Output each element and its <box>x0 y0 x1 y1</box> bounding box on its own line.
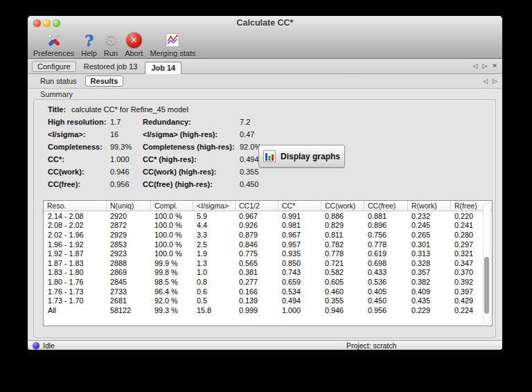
column-header-nuniq[interactable]: N(uniq) <box>106 201 150 211</box>
table-cell: 0.811 <box>321 231 364 239</box>
table-cell: 1.87 - 1.83 <box>44 259 106 267</box>
table-cell: 0.392 <box>450 278 483 286</box>
tab-configure[interactable]: Configure <box>32 61 76 72</box>
stat-label: <I/sigma>: <box>48 130 110 143</box>
table-row[interactable]: 1.96 - 1.922853100.0 %2.50.8460.9570.782… <box>44 240 483 249</box>
help-button[interactable]: ? Help <box>81 30 97 57</box>
window-title: Calculate CC* <box>28 18 502 28</box>
stat-value: 0.355 <box>240 168 288 180</box>
tab-job-14[interactable]: Job 14 <box>145 62 181 74</box>
table-cell: 0.991 <box>278 212 321 220</box>
table-cell: 0.397 <box>450 287 483 296</box>
window-close-button[interactable] <box>33 19 41 27</box>
app-window: Calculate CC* Preferences <box>28 16 502 350</box>
toolbar-item-label: Help <box>81 49 97 57</box>
table-cell: 0.313 <box>407 249 450 258</box>
table-cell: 0.782 <box>321 240 364 249</box>
table-cell: 3.3 <box>193 231 235 239</box>
tab-scroll-right-icon[interactable]: ▷ <box>483 63 488 69</box>
table-cell: 0.370 <box>450 268 483 276</box>
run-button[interactable]: ⚙ Run <box>104 30 118 57</box>
table-row[interactable]: 1.92 - 1.872923100.0 %1.90.7750.9350.778… <box>44 249 483 258</box>
table-cell: 0.967 <box>278 231 321 239</box>
table-cell: 0.277 <box>235 278 278 286</box>
table-body: 2.14 - 2.082920100.0 %5.90.9670.9910.886… <box>44 211 483 326</box>
column-header-cc12[interactable]: CC1/2 <box>235 201 278 211</box>
table-cell: 2845 <box>106 278 150 286</box>
table-row[interactable]: 2.08 - 2.022872100.0 %4.40.9260.9810.829… <box>44 221 483 231</box>
column-header-isigma[interactable]: <I/sigma> <box>193 201 235 211</box>
abort-button[interactable]: ✕ Abort <box>125 30 143 57</box>
column-header-ccfree[interactable]: CC(free) <box>364 201 407 211</box>
table-row[interactable]: 1.76 - 1.73273396.4 %0.60.1660.5340.4600… <box>44 287 483 296</box>
table-cell: 2.02 - 1.96 <box>44 231 106 239</box>
table-cell: 2923 <box>106 249 150 258</box>
subtab-scroll-right-icon[interactable]: ▷ <box>493 78 497 84</box>
table-cell: 0.926 <box>235 221 278 229</box>
window-controls <box>33 16 60 30</box>
stat-label: CC(free): <box>48 180 110 193</box>
scrollbar-thumb[interactable] <box>484 257 489 314</box>
column-header-rwork[interactable]: R(work) <box>407 201 450 211</box>
table-cell: 0.328 <box>407 259 450 267</box>
question-icon: ? <box>85 33 94 48</box>
column-header-compl[interactable]: Compl. <box>150 201 193 211</box>
table-cell: 0.405 <box>364 287 407 296</box>
column-header-ccwork[interactable]: CC(work) <box>321 201 364 211</box>
table-cell: 0.957 <box>278 240 321 249</box>
table-cell: 0.896 <box>364 221 407 229</box>
subtab-scroll-left-icon[interactable]: ◁ <box>483 78 488 84</box>
table-cell: 0.224 <box>450 306 483 314</box>
table-row[interactable]: 1.83 - 1.80286999.8 %1.00.3810.7430.5820… <box>44 268 483 278</box>
table-row[interactable]: 1.87 - 1.83288899.9 %1.30.5650.8500.7210… <box>44 258 483 268</box>
tab-results[interactable]: Results <box>85 75 124 87</box>
table-cell: 0.435 <box>407 296 450 305</box>
table-cell: 0.265 <box>407 231 450 239</box>
display-graphs-button[interactable]: Display graphs <box>258 145 345 168</box>
status-indicator-icon <box>33 342 39 349</box>
tab-close-icon[interactable]: ✕ <box>492 63 497 69</box>
stat-label: Completeness: <box>48 143 110 155</box>
table-cell: 98.5 % <box>150 278 193 286</box>
title-label: Title: <box>48 105 66 114</box>
table-cell: 2920 <box>106 212 150 220</box>
table-cell: 0.721 <box>321 259 364 267</box>
window-minimize-button[interactable] <box>43 19 51 27</box>
bar-chart-icon <box>263 150 276 162</box>
table-cell: 4.4 <box>193 221 235 229</box>
table-scrollbar[interactable] <box>483 202 490 324</box>
tab-restored-job-13[interactable]: Restored job 13 <box>78 61 143 72</box>
table-row[interactable]: All5812299.3 %15.80.9991.0000.9460.9560.… <box>44 305 483 315</box>
summary-section-label: Summary <box>40 90 73 98</box>
merging-stats-button[interactable]: Merging stats <box>150 30 195 57</box>
column-header-ccstar[interactable]: CC* <box>278 201 321 211</box>
table-row[interactable]: 2.02 - 1.962929100.0 %3.30.8790.9670.811… <box>44 230 483 240</box>
stat-label: CC* (high-res): <box>143 155 240 168</box>
table-cell: 0.886 <box>321 212 364 220</box>
table-cell: 0.659 <box>278 278 321 286</box>
statistics-table: Reso. N(uniq) Compl. <I/sigma> CC1/2 CC*… <box>43 200 493 326</box>
column-header-reso[interactable]: Reso. <box>44 201 106 211</box>
table-cell: 15.8 <box>193 306 235 314</box>
table-cell: 0.280 <box>450 231 483 239</box>
window-zoom-button[interactable] <box>53 19 60 27</box>
table-cell: 0.382 <box>407 278 450 286</box>
table-cell: 0.232 <box>407 212 450 220</box>
table-cell: 0.409 <box>407 287 450 296</box>
table-row[interactable]: 1.80 - 1.76284598.5 %0.80.2770.6590.6050… <box>44 277 483 287</box>
table-cell: 0.999 <box>235 306 278 314</box>
summary-groupbox: Title:calculate CC* for Refine_45 model … <box>33 99 496 338</box>
tab-run-status[interactable]: Run status <box>35 75 82 87</box>
table-cell: 0.981 <box>278 221 321 229</box>
preferences-button[interactable]: Preferences <box>33 30 74 57</box>
status-bar: Idle Project: scratch <box>28 340 502 350</box>
title-bar[interactable]: Calculate CC* <box>28 16 502 30</box>
table-cell: 0.565 <box>235 259 278 267</box>
table-row[interactable]: 2.14 - 2.082920100.0 %5.90.9670.9910.886… <box>44 211 483 221</box>
table-cell: 2.5 <box>193 240 235 249</box>
table-row[interactable]: 1.73 - 1.70268192.0 %0.50.1390.4940.3550… <box>44 296 483 305</box>
stat-value: 0.956 <box>110 180 143 193</box>
table-cell: 1.76 - 1.73 <box>44 287 106 296</box>
table-cell: 0.850 <box>278 259 321 267</box>
tab-scroll-left-icon[interactable]: ◁ <box>473 63 478 69</box>
